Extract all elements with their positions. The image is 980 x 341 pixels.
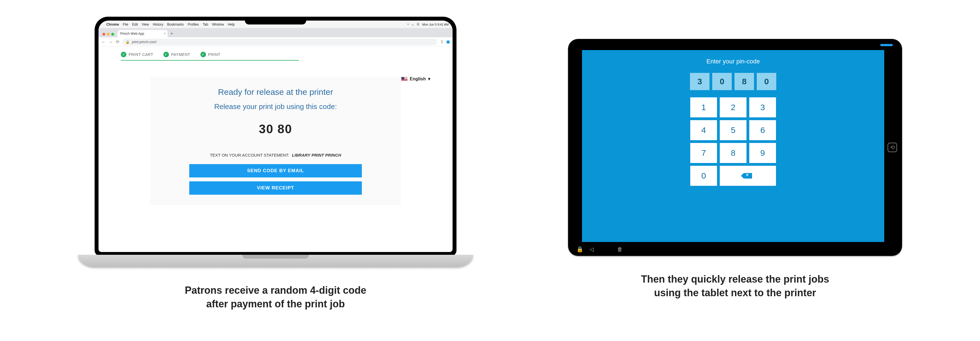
menubar-clock: Mon Jun 5 9:41 AM (422, 23, 449, 26)
nav-reload-icon[interactable]: ⟳ (116, 39, 119, 44)
menubar-item[interactable]: Profiles (188, 22, 199, 27)
step-print-cart: ✓ PRINT CART (121, 52, 153, 57)
menubar-item[interactable]: Help (228, 22, 235, 27)
tab-title: Princh Web App (120, 32, 144, 36)
pin-digit: 0 (712, 73, 732, 90)
statement-line: TEXT ON YOUR ACCOUNT STATEMENT: LIBRARY … (157, 153, 394, 157)
pin-display: 3 0 8 0 (690, 73, 776, 90)
progress-steps: ✓ PRINT CART ✓ PAYMENT ✓ PRINT (121, 49, 299, 60)
tablet-mockup: ⟲ 🔒 ◁ 🗑 Enter your pin-code 3 0 8 0 1 2 (568, 39, 902, 256)
menubar-item[interactable]: Edit (132, 22, 138, 27)
caption-right: Then they quickly release the print jobs… (641, 273, 829, 300)
pin-title: Enter your pin-code (706, 58, 760, 65)
laptop-mockup: Chrome File Edit View History Bookmarks … (78, 17, 473, 267)
keypad-key-7[interactable]: 7 (690, 143, 717, 163)
android-navbar: 🔒 ◁ 🗑 (576, 246, 623, 252)
new-tab-button[interactable]: + (169, 30, 175, 37)
card-subhead: Release your print job using this code: (157, 102, 394, 111)
tab-close-icon[interactable]: × (164, 32, 166, 36)
window-minimize-icon[interactable] (107, 33, 110, 36)
step-print: ✓ PRINT (200, 52, 221, 57)
browser-tab-strip: Princh Web App × + (99, 29, 453, 37)
backspace-icon (744, 173, 752, 179)
nav-forward-icon[interactable]: → (108, 40, 113, 44)
window-zoom-icon[interactable] (111, 33, 114, 36)
release-code: 30 80 (157, 122, 394, 136)
profile-avatar-icon[interactable] (447, 40, 450, 44)
language-selector[interactable]: English ▾ (401, 76, 430, 81)
chevron-down-icon: ▾ (428, 76, 430, 81)
browser-tab[interactable]: Princh Web App × (118, 30, 167, 37)
step-payment: ✓ PAYMENT (163, 52, 190, 57)
control-center-icon: ☰ (417, 22, 420, 26)
share-icon[interactable]: ⇪ (440, 39, 444, 44)
menubar-item[interactable]: History (153, 22, 163, 27)
caption-left: Patrons receive a random 4-digit code af… (185, 284, 366, 311)
laptop-base (78, 255, 473, 267)
pin-entry-screen: Enter your pin-code 3 0 8 0 1 2 3 4 5 6 … (582, 50, 884, 242)
keypad-key-6[interactable]: 6 (749, 120, 776, 140)
menubar-item[interactable]: Window (212, 22, 224, 27)
window-close-icon[interactable] (102, 33, 105, 36)
pin-digit: 0 (757, 73, 776, 90)
lock-nav-icon[interactable]: 🔒 (576, 246, 583, 252)
lock-icon: 🔒 (126, 40, 130, 44)
release-card: Ready for release at the printer Release… (150, 77, 401, 205)
keypad-key-3[interactable]: 3 (749, 97, 776, 117)
check-icon: ✓ (200, 52, 206, 57)
back-nav-icon[interactable]: ◁ (590, 246, 594, 252)
laptop-notch (245, 17, 306, 24)
view-receipt-button[interactable]: VIEW RECEIPT (189, 181, 362, 195)
keypad: 1 2 3 4 5 6 7 8 9 0 (690, 97, 776, 186)
menubar-item[interactable]: Bookmarks (167, 22, 184, 27)
keypad-key-8[interactable]: 8 (720, 143, 746, 163)
us-flag-icon (401, 77, 407, 81)
keypad-key-5[interactable]: 5 (720, 120, 746, 140)
menubar-item[interactable]: File (123, 22, 128, 27)
check-icon: ✓ (121, 52, 126, 57)
browser-toolbar: ← → ⟳ 🔒 print.princh.com/ ⇪ (99, 37, 453, 47)
keypad-key-2[interactable]: 2 (720, 97, 746, 117)
menubar-item[interactable]: View (142, 22, 149, 27)
keypad-key-4[interactable]: 4 (690, 120, 717, 140)
tablet-accent-icon (880, 44, 892, 46)
pin-digit: 3 (690, 73, 710, 90)
send-code-email-button[interactable]: SEND CODE BY EMAIL (189, 164, 362, 178)
keypad-key-0[interactable]: 0 (690, 166, 717, 186)
card-headline: Ready for release at the printer (157, 87, 394, 97)
keypad-key-9[interactable]: 9 (749, 143, 776, 163)
check-icon: ✓ (163, 52, 169, 57)
wifi-icon: ⌔ (407, 23, 409, 26)
search-icon: ⌕ (412, 23, 414, 26)
keypad-key-1[interactable]: 1 (690, 97, 717, 117)
menubar-item[interactable]: Tab (203, 22, 208, 27)
rotate-icon[interactable]: ⟲ (888, 143, 897, 152)
keypad-backspace[interactable] (720, 166, 776, 186)
nav-back-icon[interactable]: ← (101, 40, 106, 44)
address-bar[interactable]: 🔒 print.princh.com/ (122, 39, 437, 45)
delete-nav-icon[interactable]: 🗑 (617, 246, 623, 252)
menubar-app-name: Chrome (106, 22, 119, 27)
url-text: print.princh.com/ (132, 40, 157, 44)
pin-digit: 8 (735, 73, 754, 90)
